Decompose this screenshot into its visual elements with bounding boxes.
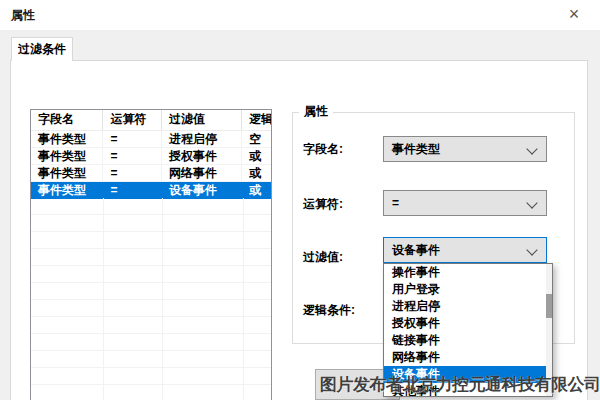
filter-value-label: 过滤值: [303, 249, 343, 266]
field-name-value: 事件类型 [392, 141, 440, 158]
cell-logic: 或 [242, 182, 271, 198]
dropdown-option[interactable]: 链接事件 [384, 332, 546, 349]
table-row[interactable]: 事件类型 = 进程启停 空 [31, 131, 271, 148]
cell-filter-value: 网络事件 [162, 165, 242, 181]
cell-operator: = [103, 182, 162, 198]
cell-logic: 或 [242, 165, 271, 181]
chevron-down-icon [526, 197, 537, 208]
cell-logic: 空 [242, 131, 271, 147]
cell-filter-value: 设备事件 [162, 182, 242, 198]
table-empty-rows [31, 198, 271, 400]
groupbox-title: 属性 [299, 103, 333, 120]
dropdown-option[interactable]: 操作事件 [384, 264, 546, 281]
properties-dialog: 属性 × 过滤条件 字段名运算符过滤值逻辑条件 事件类型 = 进程启停 空 事件… [0, 0, 600, 400]
column-header[interactable]: 字段名 [31, 110, 103, 130]
cell-field-name: 事件类型 [31, 165, 103, 181]
dropdown-option[interactable]: 进程启停 [384, 298, 546, 315]
filter-value-value: 设备事件 [392, 242, 440, 259]
table-row[interactable]: 事件类型 = 设备事件 或 [31, 182, 271, 199]
operator-label: 运算符: [303, 196, 343, 213]
logic-condition-label: 逻辑条件: [303, 302, 355, 319]
table-header-row: 字段名运算符过滤值逻辑条件 [31, 110, 271, 131]
operator-value: = [392, 196, 399, 210]
table-row[interactable]: 事件类型 = 授权事件 或 [31, 148, 271, 165]
close-icon[interactable]: × [563, 3, 585, 25]
cell-field-name: 事件类型 [31, 131, 103, 147]
field-name-label: 字段名: [303, 141, 343, 158]
column-header[interactable]: 逻辑条件 [242, 110, 271, 130]
title-bar: 属性 × [0, 0, 600, 30]
dropdown-option[interactable]: 用户登录 [384, 281, 546, 298]
cell-logic: 或 [242, 148, 271, 164]
cell-filter-value: 授权事件 [162, 148, 242, 164]
cell-field-name: 事件类型 [31, 148, 103, 164]
dropdown-option[interactable]: 授权事件 [384, 315, 546, 332]
table-body: 事件类型 = 进程启停 空 事件类型 = 授权事件 或 事件类型 = 网络事件 … [31, 131, 271, 199]
scrollbar-thumb[interactable] [546, 294, 552, 318]
cell-operator: = [103, 165, 162, 181]
tab-label: 过滤条件 [18, 41, 66, 58]
column-header[interactable]: 过滤值 [162, 110, 242, 130]
filter-value-combobox[interactable]: 设备事件 [383, 237, 547, 263]
operator-combobox[interactable]: = [383, 190, 547, 216]
column-header[interactable]: 运算符 [103, 110, 162, 130]
dropdown-option[interactable]: 网络事件 [384, 349, 546, 366]
cell-operator: = [103, 131, 162, 147]
cell-filter-value: 进程启停 [162, 131, 242, 147]
chevron-down-icon [526, 143, 537, 154]
table-row[interactable]: 事件类型 = 网络事件 或 [31, 165, 271, 182]
chevron-down-icon [526, 244, 537, 255]
tab-filter-conditions[interactable]: 过滤条件 [11, 37, 73, 61]
vendor-watermark: 图片发布者北京力控元通科技有限公司 [320, 373, 600, 396]
filter-table[interactable]: 字段名运算符过滤值逻辑条件 事件类型 = 进程启停 空 事件类型 = 授权事件 … [30, 109, 272, 400]
field-name-combobox[interactable]: 事件类型 [383, 136, 547, 162]
cell-field-name: 事件类型 [31, 182, 103, 198]
window-title: 属性 [11, 7, 35, 24]
cell-operator: = [103, 148, 162, 164]
